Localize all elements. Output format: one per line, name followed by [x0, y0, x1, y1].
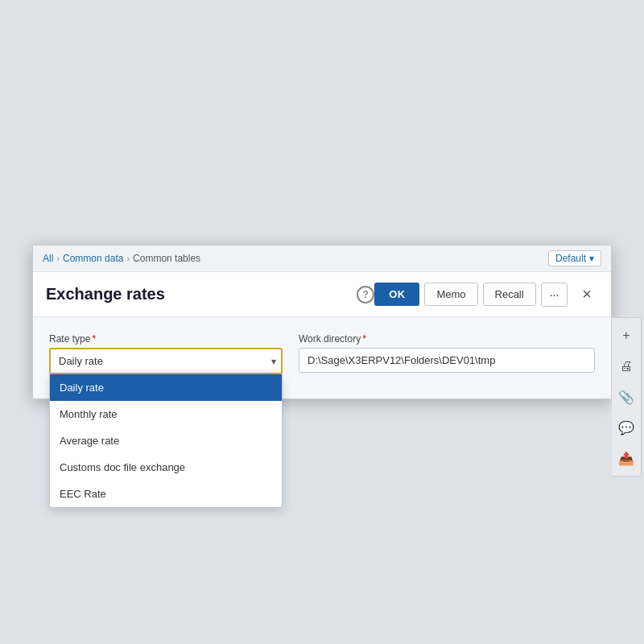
work-directory-required: * [362, 333, 366, 345]
sidebar-icons: + 🖨 📎 💬 📤 [612, 317, 642, 477]
work-directory-input[interactable] [299, 348, 595, 373]
add-icon: + [622, 328, 630, 343]
chevron-down-icon: ▾ [589, 253, 594, 264]
dropdown-item-monthly-label: Monthly rate [60, 408, 118, 420]
memo-button[interactable]: Memo [424, 283, 477, 306]
breadcrumb-common-data[interactable]: Common data [63, 253, 123, 264]
header-actions: OK Memo Recall ··· × [374, 282, 598, 307]
default-button[interactable]: Default ▾ [548, 250, 601, 266]
dropdown-item-customs-label: Customs doc file exchange [60, 461, 185, 473]
attach-sidebar-button[interactable]: 📎 [612, 382, 641, 411]
close-button[interactable]: × [576, 282, 598, 307]
breadcrumb-common-tables: Common tables [133, 253, 200, 264]
comment-icon: 💬 [618, 420, 634, 436]
rate-type-label: Rate type* [49, 333, 283, 345]
print-sidebar-button[interactable]: 🖨 [612, 352, 641, 381]
modal-header: Exchange rates ? OK Memo Recall ··· × [33, 272, 611, 317]
breadcrumb-all[interactable]: All [43, 253, 53, 264]
share-sidebar-button[interactable]: 📤 [612, 444, 641, 473]
dropdown-item-daily-label: Daily rate [60, 382, 104, 394]
form-row: Rate type* Daily rate ▾ Daily rate [49, 333, 595, 374]
work-directory-group: Work directory* [299, 333, 595, 373]
breadcrumb-bar: All › Common data › Common tables Defaul… [33, 246, 611, 272]
help-icon[interactable]: ? [357, 286, 374, 303]
rate-type-select-wrapper: Daily rate ▾ Daily rate Monthly rate [49, 348, 283, 374]
rate-type-select[interactable]: Daily rate [49, 348, 283, 374]
print-icon: 🖨 [620, 359, 633, 374]
modal-body: Rate type* Daily rate ▾ Daily rate [33, 317, 611, 398]
share-icon: 📤 [618, 451, 634, 466]
default-label: Default [555, 253, 586, 264]
dropdown-item-daily[interactable]: Daily rate [50, 374, 282, 401]
dropdown-item-customs[interactable]: Customs doc file exchange [50, 454, 282, 481]
help-label: ? [363, 289, 369, 300]
recall-button[interactable]: Recall [483, 283, 536, 306]
breadcrumb-sep-2: › [126, 254, 130, 263]
ok-button[interactable]: OK [374, 283, 419, 306]
dropdown-item-eec-label: EEC Rate [60, 488, 106, 500]
attach-icon: 📎 [618, 390, 634, 405]
dropdown-item-monthly[interactable]: Monthly rate [50, 401, 282, 427]
rate-type-group: Rate type* Daily rate ▾ Daily rate [49, 333, 283, 374]
rate-type-required: * [92, 333, 96, 345]
more-actions-button[interactable]: ··· [541, 283, 568, 307]
dropdown-item-average-label: Average rate [60, 435, 119, 447]
dropdown-list: Daily rate Monthly rate Average rate Cus… [49, 374, 283, 508]
modal-title: Exchange rates [46, 285, 350, 303]
work-directory-label: Work directory* [299, 333, 595, 345]
rate-type-selected-value: Daily rate [59, 355, 103, 367]
dropdown-item-eec[interactable]: EEC Rate [50, 481, 282, 507]
breadcrumb-sep-1: › [56, 254, 60, 263]
dropdown-item-average[interactable]: Average rate [50, 427, 282, 454]
add-sidebar-button[interactable]: + [612, 321, 641, 350]
comment-sidebar-button[interactable]: 💬 [612, 413, 641, 442]
